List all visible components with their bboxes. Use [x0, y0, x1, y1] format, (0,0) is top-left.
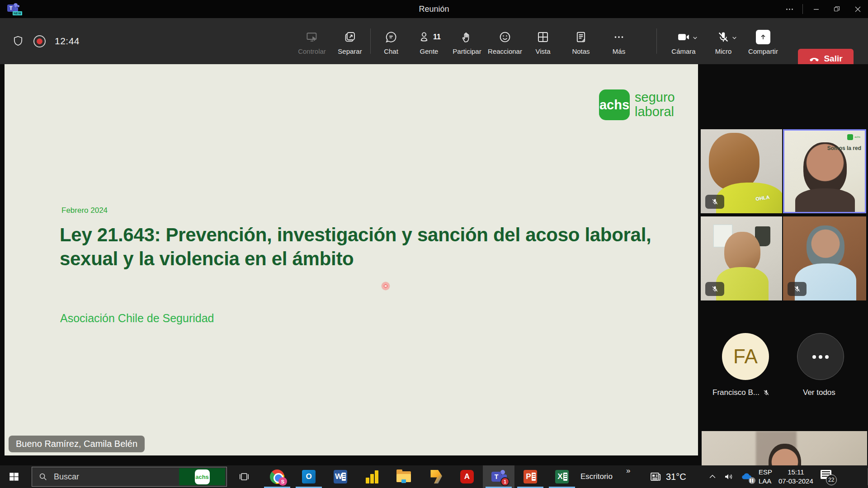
laser-pointer-dot [381, 282, 390, 291]
time-label: 15:11 [778, 468, 813, 477]
presenter-name-tag: Bueno Ramírez, Camila Belén [9, 436, 145, 452]
taskbar-acrobat-button[interactable]: A [451, 465, 483, 488]
camera-options-chevron[interactable] [692, 34, 698, 42]
see-all-button[interactable] [797, 333, 844, 380]
minimize-button[interactable] [806, 0, 826, 18]
onedrive-icon[interactable]: ▌▌ [741, 471, 752, 482]
control-button[interactable]: Controlar [293, 18, 331, 64]
taskbar-arrow-app-button[interactable] [420, 465, 451, 488]
participant-name-label: Francisco B... [712, 388, 770, 397]
powerpoint-icon: P [524, 470, 537, 483]
chat-button[interactable]: Chat [372, 18, 410, 64]
close-button[interactable] [847, 0, 868, 18]
temperature-label: 31°C [666, 472, 686, 482]
volume-icon[interactable] [723, 471, 734, 482]
raise-hand-icon [460, 30, 474, 44]
slide-date: Febrero 2024 [61, 206, 108, 215]
participants-sidebar: OHLA achs Somos la red [700, 128, 868, 488]
security-shield-icon [12, 35, 24, 47]
news-icon [649, 470, 662, 483]
close-icon [855, 6, 861, 12]
new-badge: NEW [13, 11, 22, 15]
participant-video-4[interactable] [783, 216, 866, 300]
chrome-icon: S [270, 469, 284, 484]
mic-button[interactable]: Micro [703, 18, 743, 64]
taskbar-chrome-button[interactable]: S [261, 465, 293, 488]
search-input[interactable]: Buscar achs [32, 467, 227, 487]
titlebar-divider [802, 4, 803, 14]
meeting-toolbar: 12:44 Controlar [0, 18, 868, 64]
restore-button[interactable] [826, 0, 847, 18]
teams-icon: T 1 [491, 470, 506, 483]
chat-icon [384, 30, 398, 44]
toolbar-overflow-chevron[interactable]: » [626, 466, 630, 475]
participant-video-3[interactable] [701, 216, 782, 300]
share-icon [756, 30, 770, 44]
achs-mini-logo: achs [847, 134, 860, 140]
minimize-icon [813, 6, 819, 12]
search-placeholder: Buscar [54, 472, 79, 482]
muted-badge [705, 282, 724, 296]
action-center-button[interactable]: 22 [820, 469, 835, 484]
share-button[interactable]: Compartir [743, 18, 783, 64]
task-view-button[interactable] [231, 465, 257, 488]
mic-options-chevron[interactable] [731, 34, 737, 42]
window-menu-button[interactable] [779, 0, 800, 18]
mic-muted-icon [711, 198, 719, 206]
taskbar-word-button[interactable]: W [325, 465, 356, 488]
language-indicator[interactable]: ESP LAA [759, 468, 772, 486]
taskbar-clock[interactable]: 15:11 07-03-2024 [778, 468, 813, 486]
hang-up-icon [809, 53, 820, 64]
popout-button[interactable]: Separar [331, 18, 369, 64]
participant-video-2-active-speaker[interactable]: achs Somos la red [783, 129, 866, 213]
ellipsis-icon [811, 352, 830, 361]
weather-widget[interactable]: 31°C [649, 465, 686, 488]
muted-badge [705, 195, 724, 209]
raise-hand-button[interactable]: Participar [448, 18, 486, 64]
taskbar-teams-button[interactable]: T 1 [483, 465, 514, 488]
view-button[interactable]: Vista [524, 18, 562, 64]
teams-app-icon: T NEW [7, 3, 21, 16]
outlook-icon: O [302, 470, 316, 483]
people-button[interactable]: 11 Gente [410, 18, 448, 64]
notification-count: 22 [826, 474, 837, 485]
toolbar-divider [370, 28, 371, 54]
taskbar-file-explorer-button[interactable] [388, 465, 420, 488]
chrome-profile-badge: S [278, 477, 287, 486]
taskbar-outlook-button[interactable]: O [293, 465, 325, 488]
start-button[interactable] [0, 465, 28, 488]
notes-button[interactable]: Notas [562, 18, 600, 64]
more-button[interactable]: Más [600, 18, 638, 64]
slide-title: Ley 21.643: Prevención, investigación y … [60, 223, 684, 271]
adobe-acrobat-icon: A [460, 470, 474, 483]
achs-search-highlight[interactable]: achs [179, 468, 225, 485]
participant-video-1[interactable]: OHLA [701, 129, 782, 213]
ver-todos-label: Ver todos [803, 388, 835, 397]
hidden-icons-chevron[interactable] [708, 472, 717, 481]
camera-button[interactable]: Cámara [664, 18, 703, 64]
shared-presentation-slide: achs seguro laboral Febrero 2024 Ley 21.… [5, 64, 698, 455]
chevron-down-icon [692, 35, 698, 41]
muted-badge [788, 282, 807, 296]
mic-muted-icon [793, 285, 801, 293]
react-button[interactable]: Reaccionar [486, 18, 524, 64]
taskbar-excel-button[interactable]: X [546, 465, 578, 488]
participant-avatar[interactable]: FA [722, 333, 769, 380]
grid-view-icon [536, 30, 550, 44]
meeting-timer: 12:44 [55, 36, 80, 47]
search-icon [38, 472, 48, 482]
smiley-icon [498, 30, 512, 44]
taskbar-powerpoint-button[interactable]: P [514, 465, 546, 488]
window-title: Reunión [419, 0, 449, 18]
date-label: 07-03-2024 [778, 477, 813, 486]
desktop-toolbar-label: Escritorio [580, 465, 613, 488]
logo-word-2: laboral [635, 105, 675, 119]
teams-meeting-window: T NEW Reunión 12:44 [0, 0, 868, 488]
file-explorer-icon [396, 471, 411, 482]
windows-taskbar: Buscar achs S O W [0, 465, 868, 488]
windows-logo-icon [8, 471, 20, 483]
taskbar-powerbi-button[interactable] [356, 465, 388, 488]
meeting-stage: achs seguro laboral Febrero 2024 Ley 21.… [0, 64, 868, 465]
camera-on-icon [676, 30, 691, 44]
mic-muted-icon [717, 30, 730, 44]
